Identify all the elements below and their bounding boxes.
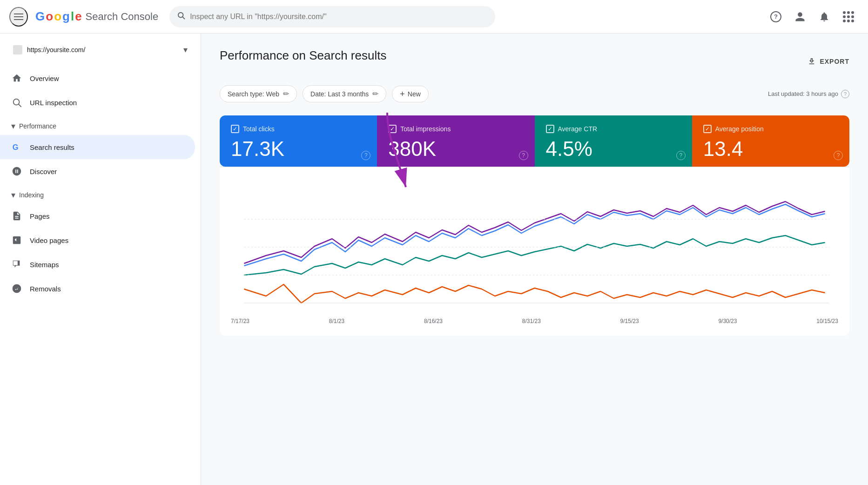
sidebar-item-search-results[interactable]: G Search results xyxy=(0,135,195,159)
last-updated: Last updated: 3 hours ago ? xyxy=(768,90,849,98)
sidebar-item-overview[interactable]: Overview xyxy=(0,66,195,90)
bell-icon xyxy=(819,11,830,22)
clicks-label: Total clicks xyxy=(243,125,275,133)
date-filter[interactable]: Date: Last 3 months ✏ xyxy=(303,85,386,102)
sidebar: https://yoursite.com/ ▾ Overview URL ins… xyxy=(0,34,201,485)
url-search-bar[interactable] xyxy=(169,6,495,27)
x-label-0: 7/17/23 xyxy=(231,318,249,324)
sitemaps-icon xyxy=(11,259,22,270)
x-axis-labels: 7/17/23 8/1/23 8/16/23 8/31/23 9/15/23 9… xyxy=(231,314,838,324)
search-type-label: Search type: Web xyxy=(228,90,279,98)
site-favicon xyxy=(13,45,22,54)
site-selector[interactable]: https://yoursite.com/ ▾ xyxy=(6,41,195,62)
page-title: Performance on Search results xyxy=(220,48,386,63)
logo-o1: o xyxy=(46,9,53,24)
sidebar-item-pages[interactable]: Pages xyxy=(0,204,195,228)
clicks-help-icon[interactable]: ? xyxy=(361,151,370,160)
google-g-icon: G xyxy=(11,141,22,153)
x-label-4: 9/15/23 xyxy=(620,318,639,324)
dropdown-arrow-icon: ▾ xyxy=(183,45,188,55)
ctr-checkbox[interactable] xyxy=(546,125,554,133)
discover-icon xyxy=(11,166,22,177)
pages-icon xyxy=(11,210,22,222)
site-url: https://yoursite.com/ xyxy=(27,46,179,54)
metrics-row: Total clicks 17.3K ? Total impressions 3… xyxy=(220,115,849,167)
apps-button[interactable] xyxy=(838,7,859,27)
help-button[interactable]: ? xyxy=(766,7,786,27)
chart-container: 7/17/23 8/1/23 8/16/23 8/31/23 9/15/23 9… xyxy=(220,167,849,336)
sidebar-item-discover[interactable]: Discover xyxy=(0,159,195,183)
account-button[interactable] xyxy=(790,7,810,27)
average-position-card[interactable]: Average position 13.4 ? xyxy=(692,115,849,167)
performance-chart xyxy=(231,182,838,312)
clicks-label-row: Total clicks xyxy=(231,125,366,133)
clicks-value: 17.3K xyxy=(231,139,366,159)
filter-bar: Search type: Web ✏ Date: Last 3 months ✏… xyxy=(220,85,849,102)
search-nav-icon xyxy=(11,97,22,108)
sidebar-item-url-inspection[interactable]: URL inspection xyxy=(0,90,195,115)
position-label: Average position xyxy=(715,125,764,133)
logo-g2: g xyxy=(62,9,70,24)
position-label-row: Average position xyxy=(703,125,838,133)
removals-icon xyxy=(11,283,22,294)
position-checkbox[interactable] xyxy=(703,125,712,133)
header-actions: ? xyxy=(766,7,859,27)
new-label: New xyxy=(408,90,421,98)
plus-icon: + xyxy=(400,90,405,98)
search-icon xyxy=(177,11,185,22)
x-label-1: 8/1/23 xyxy=(329,318,344,324)
sidebar-search-results-label: Search results xyxy=(30,143,74,151)
export-button[interactable]: EXPORT xyxy=(807,57,849,66)
help-icon: ? xyxy=(770,11,781,22)
clicks-checkbox[interactable] xyxy=(231,125,239,133)
sidebar-discover-label: Discover xyxy=(30,168,57,175)
main-content: Performance on Search results EXPORT Sea… xyxy=(201,34,868,485)
edit-icon: ✏ xyxy=(283,89,289,98)
notifications-button[interactable] xyxy=(814,7,834,27)
sidebar-pages-label: Pages xyxy=(30,212,50,220)
sidebar-item-removals[interactable]: Removals xyxy=(0,276,195,301)
total-clicks-card[interactable]: Total clicks 17.3K ? xyxy=(220,115,377,167)
performance-section-header[interactable]: ▾ Performance xyxy=(0,115,201,135)
apps-icon xyxy=(843,11,854,22)
search-type-filter[interactable]: Search type: Web ✏ xyxy=(220,85,297,102)
person-icon xyxy=(794,11,806,22)
app-layout: https://yoursite.com/ ▾ Overview URL ins… xyxy=(0,34,868,485)
svg-line-1 xyxy=(183,17,185,19)
svg-text:G: G xyxy=(13,143,19,151)
x-label-3: 8/31/23 xyxy=(522,318,541,324)
sidebar-item-sitemaps[interactable]: Sitemaps xyxy=(0,252,195,276)
position-help-icon[interactable]: ? xyxy=(834,151,843,160)
new-filter-button[interactable]: + New xyxy=(392,86,429,102)
chevron-down-icon: ▾ xyxy=(11,121,15,131)
sidebar-sitemaps-label: Sitemaps xyxy=(30,261,59,269)
url-input[interactable] xyxy=(190,13,488,21)
indexing-section-header[interactable]: ▾ Indexing xyxy=(0,183,201,204)
indexing-section-label: Indexing xyxy=(19,191,44,199)
total-impressions-card[interactable]: Total impressions 380K ? xyxy=(377,115,534,167)
ctr-help-icon[interactable]: ? xyxy=(676,151,686,160)
x-label-5: 9/30/23 xyxy=(718,318,737,324)
average-ctr-card[interactable]: Average CTR 4.5% ? xyxy=(535,115,692,167)
last-updated-text: Last updated: 3 hours ago xyxy=(768,90,838,97)
indexing-chevron-icon: ▾ xyxy=(11,190,15,200)
impressions-label-row: Total impressions xyxy=(388,125,523,133)
home-icon xyxy=(11,73,22,84)
date-label: Date: Last 3 months xyxy=(310,90,369,98)
position-value: 13.4 xyxy=(703,139,838,159)
svg-line-3 xyxy=(19,104,21,107)
impressions-help-icon[interactable]: ? xyxy=(519,151,528,160)
logo-l: l xyxy=(71,9,74,24)
product-name: Search Console xyxy=(86,11,159,23)
menu-button[interactable] xyxy=(9,7,28,27)
ctr-value: 4.5% xyxy=(546,139,681,159)
ctr-label: Average CTR xyxy=(558,125,598,133)
x-label-2: 8/16/23 xyxy=(424,318,443,324)
sidebar-video-pages-label: Video pages xyxy=(30,236,68,244)
x-label-6: 10/15/23 xyxy=(816,318,838,324)
impressions-label: Total impressions xyxy=(400,125,451,133)
impressions-checkbox[interactable] xyxy=(388,125,397,133)
sidebar-overview-label: Overview xyxy=(30,74,59,82)
impressions-value: 380K xyxy=(388,139,523,159)
sidebar-item-video-pages[interactable]: Video pages xyxy=(0,228,195,252)
